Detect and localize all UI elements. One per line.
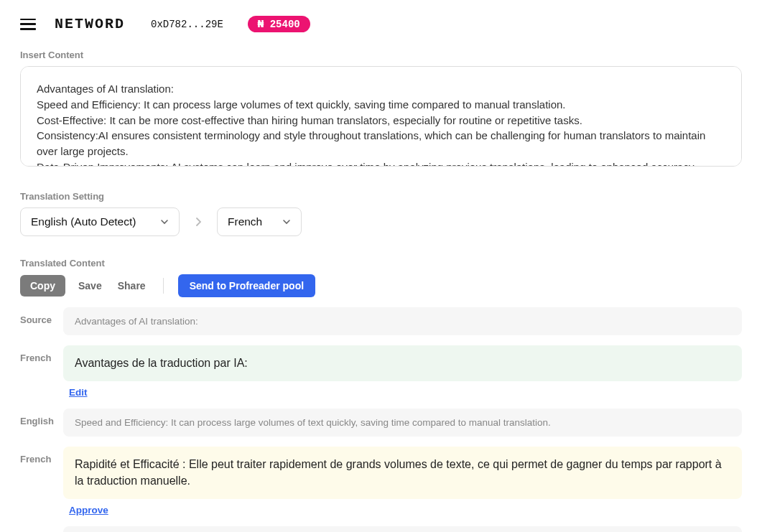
- translated-label: Translated Content: [20, 258, 742, 269]
- translation-row: SourceAdvantages of AI translation:: [20, 307, 742, 335]
- translated-text[interactable]: Avantages de la traduction par IA:: [63, 345, 742, 381]
- row-lang-label: English: [20, 409, 63, 426]
- setting-section: Translation Setting English (Auto Detect…: [0, 191, 762, 236]
- header: NETWORD 0xD782...29E ₦ 25400: [0, 0, 762, 39]
- divider: [163, 278, 164, 294]
- row-lang-label: Source: [20, 307, 63, 325]
- insert-label: Insert Content: [20, 50, 742, 60]
- send-proofread-button[interactable]: Send to Profreader pool: [178, 274, 315, 297]
- row-body: Cost-Effective: It can be more cost-effe…: [63, 526, 742, 532]
- target-lang-select[interactable]: French: [217, 207, 302, 236]
- setting-label: Translation Setting: [20, 191, 742, 202]
- translation-row: FrenchRapidité et Efficacité : Elle peut…: [20, 447, 742, 516]
- source-lang-value: English (Auto Detect): [31, 215, 136, 228]
- row-body: Speed and Efficiency: It can process lar…: [63, 409, 742, 437]
- source-text: Advantages of AI translation:: [63, 307, 742, 335]
- translation-row: FrenchAvantages de la traduction par IA:…: [20, 345, 742, 398]
- menu-icon[interactable]: [20, 19, 36, 30]
- edit-link[interactable]: Edit: [69, 387, 88, 398]
- translated-section: Translated Content Copy Save Share Send …: [0, 258, 762, 532]
- row-body: Avantages de la traduction par IA:Edit: [63, 345, 742, 398]
- insert-section: Insert Content: [0, 50, 762, 169]
- translation-row: EnglishCost-Effective: It can be more co…: [20, 526, 742, 532]
- row-lang-label: French: [20, 447, 63, 465]
- copy-button[interactable]: Copy: [20, 275, 65, 297]
- content-textarea[interactable]: [20, 66, 742, 167]
- chevron-down-icon: [282, 218, 291, 226]
- row-body: Rapidité et Efficacité : Elle peut trait…: [63, 447, 742, 516]
- approve-link[interactable]: Approve: [69, 505, 108, 515]
- save-button[interactable]: Save: [75, 275, 105, 297]
- translated-text[interactable]: Rapidité et Efficacité : Elle peut trait…: [63, 447, 742, 499]
- app-logo: NETWORD: [55, 16, 125, 32]
- source-text: Cost-Effective: It can be more cost-effe…: [63, 526, 742, 532]
- arrow-right-icon: [188, 212, 208, 232]
- wallet-address[interactable]: 0xD782...29E: [151, 19, 223, 30]
- share-button[interactable]: Share: [115, 275, 149, 297]
- row-body: Advantages of AI translation:: [63, 307, 742, 335]
- row-lang-label: English: [20, 526, 63, 532]
- chevron-down-icon: [160, 218, 169, 226]
- source-text: Speed and Efficiency: It can process lar…: [63, 409, 742, 437]
- translation-row: EnglishSpeed and Efficiency: It can proc…: [20, 409, 742, 437]
- row-lang-label: French: [20, 345, 63, 363]
- target-lang-value: French: [228, 215, 262, 228]
- source-lang-select[interactable]: English (Auto Detect): [20, 207, 180, 236]
- balance-badge[interactable]: ₦ 25400: [248, 16, 310, 32]
